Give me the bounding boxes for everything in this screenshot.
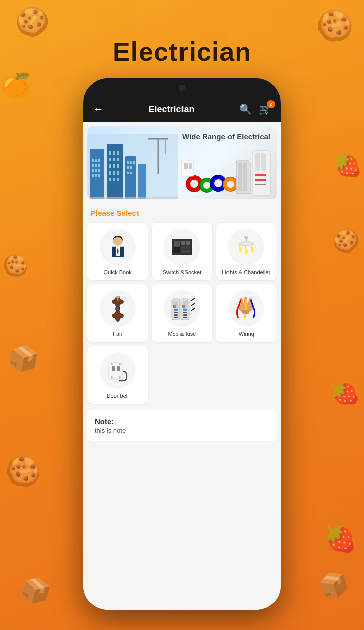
- svg-point-46: [203, 182, 210, 189]
- svg-point-86: [250, 246, 255, 254]
- header-title: Electrician: [148, 104, 194, 115]
- banner: Wide Range of Electrical: [87, 126, 277, 199]
- chandelier-icon: [233, 234, 259, 260]
- fan-icon-area: [100, 290, 136, 327]
- svg-line-110: [191, 298, 195, 301]
- svg-rect-6: [95, 164, 97, 167]
- mcb-fuse-label: Mcb & fuse: [168, 331, 196, 337]
- mcb-icon: [169, 296, 195, 322]
- category-card-door-bell[interactable]: Door bell: [87, 346, 148, 404]
- svg-rect-20: [117, 158, 119, 161]
- svg-rect-25: [113, 171, 115, 175]
- svg-rect-22: [113, 164, 115, 168]
- svg-point-50: [227, 181, 234, 188]
- svg-rect-5: [92, 164, 94, 167]
- category-card-switch-socket[interactable]: Switch &Socket: [152, 223, 212, 280]
- svg-rect-56: [261, 153, 266, 171]
- svg-rect-35: [130, 166, 132, 169]
- svg-rect-12: [95, 174, 97, 177]
- svg-point-121: [111, 363, 113, 365]
- svg-rect-58: [255, 179, 266, 181]
- door-bell-icon-area: [100, 352, 136, 389]
- svg-point-85: [244, 248, 249, 256]
- svg-rect-42: [87, 197, 178, 199]
- app-content[interactable]: Wide Range of Electrical: [83, 122, 281, 610]
- svg-rect-4: [98, 159, 100, 162]
- person-icon: [105, 234, 131, 260]
- lights-chandelier-label: Lights & Chandelier: [222, 269, 270, 275]
- quick-book-label: Quick Book: [104, 269, 132, 275]
- note-section: Note: this is note: [87, 410, 277, 441]
- category-card-lights-chandelier[interactable]: Lights & Chandelier: [216, 223, 277, 280]
- cart-icon[interactable]: 🛒 2: [259, 103, 271, 115]
- cart-badge: 2: [267, 100, 275, 108]
- header-icons: 🔍 🛒 2: [239, 103, 271, 115]
- svg-rect-52: [238, 163, 242, 191]
- svg-rect-72: [174, 241, 180, 247]
- svg-point-84: [238, 246, 243, 254]
- svg-point-122: [119, 363, 121, 365]
- banner-text: Wide Range of Electrical: [182, 132, 270, 141]
- mcb-fuse-icon-area: [164, 290, 200, 327]
- svg-rect-105: [183, 312, 187, 313]
- svg-rect-100: [174, 314, 178, 316]
- svg-rect-26: [117, 171, 119, 175]
- svg-point-87: [240, 242, 252, 245]
- svg-line-112: [191, 308, 195, 311]
- svg-rect-108: [173, 305, 176, 308]
- svg-rect-104: [183, 309, 187, 311]
- svg-rect-28: [113, 178, 115, 181]
- svg-rect-8: [92, 169, 94, 172]
- door-bell-label: Door bell: [107, 393, 129, 399]
- app-screen: ← Electrician 🔍 🛒 2 Wide Range of Electr…: [83, 97, 281, 610]
- svg-rect-29: [117, 178, 119, 181]
- category-card-quick-book[interactable]: Quick Book: [87, 223, 148, 280]
- svg-rect-16: [113, 151, 115, 155]
- svg-rect-32: [130, 161, 132, 164]
- category-card-wiring[interactable]: Wiring: [216, 284, 277, 342]
- svg-rect-73: [181, 241, 185, 245]
- note-text: this is note: [95, 427, 269, 434]
- category-card-fan[interactable]: Fan: [87, 284, 148, 342]
- wiring-icon-area: [228, 290, 264, 327]
- svg-rect-118: [109, 362, 123, 380]
- wiring-label: Wiring: [239, 331, 254, 337]
- svg-rect-107: [183, 317, 187, 318]
- svg-rect-13: [98, 174, 100, 177]
- lights-chandelier-icon-area: [228, 229, 264, 265]
- svg-rect-78: [244, 236, 248, 239]
- search-icon[interactable]: 🔍: [239, 103, 252, 115]
- svg-rect-11: [92, 174, 94, 177]
- back-button[interactable]: ←: [93, 103, 104, 116]
- svg-rect-33: [133, 161, 135, 164]
- phone-notch-area: [83, 78, 281, 97]
- section-title: Please Select: [90, 208, 139, 217]
- app-header: ← Electrician 🔍 🛒 2: [83, 97, 281, 122]
- svg-point-93: [116, 307, 119, 310]
- svg-rect-10: [98, 169, 100, 172]
- switch-socket-icon-area: [164, 229, 200, 265]
- svg-rect-31: [127, 161, 129, 164]
- svg-rect-55: [255, 153, 260, 171]
- svg-rect-3: [95, 159, 97, 162]
- svg-rect-9: [95, 169, 97, 172]
- svg-rect-17: [117, 151, 119, 155]
- category-card-mcb-fuse[interactable]: Mcb & fuse: [152, 284, 212, 342]
- phone-frame: ← Electrician 🔍 🛒 2 Wide Range of Electr…: [83, 78, 281, 610]
- svg-point-123: [111, 376, 113, 379]
- svg-rect-119: [112, 366, 115, 371]
- doorbell-icon: [105, 357, 131, 384]
- wiring-icon: [233, 296, 259, 322]
- svg-rect-7: [98, 164, 100, 167]
- switch-icon: [169, 234, 195, 260]
- svg-rect-106: [183, 314, 187, 316]
- category-grid: Quick Book: [83, 221, 281, 408]
- fan-label: Fan: [113, 331, 122, 337]
- svg-rect-95: [116, 296, 120, 298]
- section-header: Please Select: [83, 203, 281, 221]
- svg-rect-74: [186, 241, 190, 245]
- svg-rect-76: [186, 246, 190, 249]
- svg-line-111: [191, 303, 195, 306]
- svg-rect-59: [255, 184, 266, 185]
- svg-rect-27: [109, 178, 111, 181]
